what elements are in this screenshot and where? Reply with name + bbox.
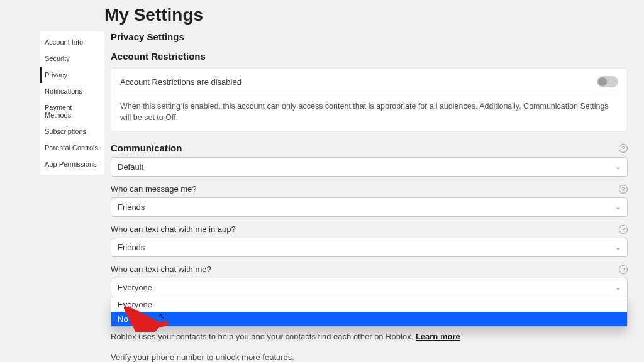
who-can-chat-in-app-select[interactable]: Friends ⌄ — [111, 238, 628, 257]
select-value: Friends — [118, 202, 145, 212]
help-icon[interactable]: ? — [619, 185, 628, 194]
dropdown-option-no-one[interactable]: No one — [111, 312, 627, 326]
account-restrictions-card: Account Restrictions are disabled When t… — [111, 68, 628, 131]
chevron-down-icon: ⌄ — [615, 243, 621, 251]
restrictions-toggle[interactable] — [597, 76, 618, 87]
chevron-down-icon: ⌄ — [615, 203, 621, 211]
sidebar-item-notifications[interactable]: Notifications — [40, 83, 104, 99]
restrictions-status-label: Account Restrictions are disabled — [120, 77, 242, 87]
page-title: My Settings — [104, 5, 634, 25]
account-restrictions-heading: Account Restrictions — [111, 51, 628, 62]
dropdown-option-everyone[interactable]: Everyone — [111, 297, 627, 312]
sidebar-item-subscriptions[interactable]: Subscriptions — [40, 123, 104, 140]
help-icon[interactable]: ? — [619, 265, 628, 274]
main-content: Privacy Settings Account Restrictions Ac… — [111, 31, 634, 362]
cursor-icon: ↖ — [158, 312, 165, 321]
connect-description: Roblox uses your contacts to help you an… — [111, 332, 628, 341]
sidebar-item-app-permissions[interactable]: App Permissions — [40, 156, 104, 172]
restrictions-description: When this setting is enabled, this accou… — [120, 101, 618, 123]
sidebar-item-parental-controls[interactable]: Parental Controls — [40, 140, 104, 156]
who-can-chat-label: Who can text chat with me? — [111, 265, 211, 274]
help-icon[interactable]: ? — [619, 225, 628, 234]
privacy-settings-heading: Privacy Settings — [111, 31, 628, 42]
chevron-down-icon: ⌄ — [615, 163, 621, 171]
select-value: Friends — [118, 243, 145, 252]
toggle-knob — [598, 77, 607, 86]
sidebar-item-security[interactable]: Security — [40, 50, 104, 67]
chevron-down-icon: ⌄ — [615, 283, 621, 292]
who-can-chat-dropdown: Everyone No one ↖ — [111, 297, 628, 327]
who-can-chat-select[interactable]: Everyone ⌄ — [111, 278, 628, 297]
communication-preset-select[interactable]: Default ⌄ — [111, 157, 628, 177]
sidebar-item-account-info[interactable]: Account Info — [40, 34, 104, 50]
help-icon[interactable]: ? — [619, 144, 628, 153]
sidebar-item-payment-methods[interactable]: Payment Methods — [40, 99, 104, 123]
sidebar-item-privacy[interactable]: Privacy — [40, 67, 104, 83]
who-can-message-select[interactable]: Friends ⌄ — [111, 197, 628, 217]
who-can-message-label: Who can message me? — [111, 184, 197, 194]
who-can-chat-in-app-label: Who can text chat with me in app? — [111, 224, 236, 234]
communication-heading: Communication — [111, 143, 182, 153]
verify-phone-text: Verify your phone number to unlock more … — [111, 353, 628, 362]
select-value: Default — [118, 162, 143, 172]
settings-sidebar: Account Info Security Privacy Notificati… — [40, 31, 104, 175]
learn-more-link[interactable]: Learn more — [416, 332, 460, 341]
select-value: Everyone — [118, 283, 152, 292]
